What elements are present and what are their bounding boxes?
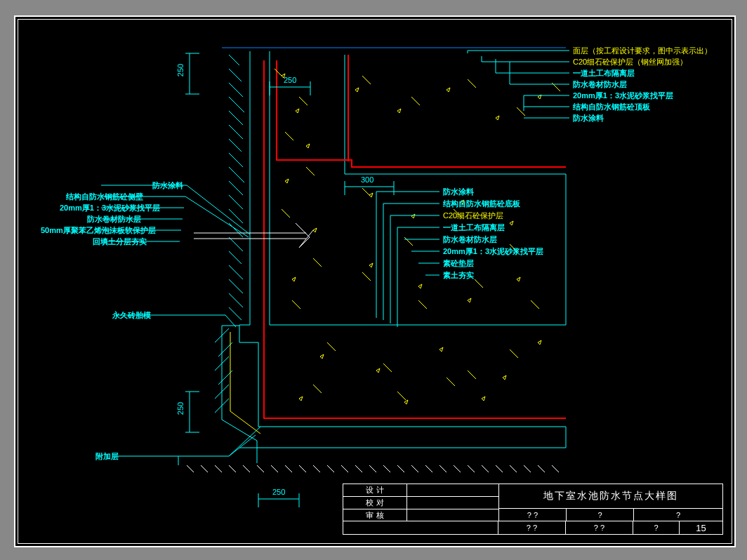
- label-tr-1: C20细石砼保护层（钢丝网加强）: [573, 57, 687, 67]
- dim-250-inner: 250: [284, 76, 296, 84]
- dim-300: 300: [361, 175, 374, 184]
- tb-design-val: [407, 484, 498, 496]
- tb-q1: ? ?: [499, 509, 567, 521]
- tb-review-label: 审 核: [343, 509, 406, 521]
- label-brick-formwork: 永久砖胎模: [112, 310, 151, 321]
- tb-design-label: 设 计: [343, 484, 406, 496]
- tb-q2: ?: [567, 509, 634, 521]
- tb-b2: ? ?: [498, 521, 566, 534]
- label-mr-4: 防水卷材防水层: [443, 234, 497, 245]
- tb-b3: ? ?: [566, 521, 633, 534]
- label-mr-0: 防水涂料: [443, 187, 474, 197]
- drawing-title: 地下室水池防水节点大样图: [543, 490, 678, 502]
- label-tr-6: 防水涂料: [573, 113, 604, 124]
- drawing-frame-inner: 250 250 300 250 250 面层（按工程设计要求，图中示表示出） C…: [18, 19, 732, 544]
- page: 250 250 300 250 250 面层（按工程设计要求，图中示表示出） C…: [0, 0, 747, 560]
- label-mr-3: 一道土工布隔离层: [443, 222, 505, 233]
- drawing-frame-outer: 250 250 300 250 250 面层（按工程设计要求，图中示表示出） C…: [14, 15, 736, 547]
- title-block: 设 计 校 对 审 核 地下室水池防水节点大样图 ? ? ? ? ? ? ? ?…: [343, 484, 723, 535]
- label-l-3: 防水卷材防水层: [87, 214, 141, 225]
- cad-drawing: 250 250 300 250 250 面层（按工程设计要求，图中示表示出） C…: [18, 20, 732, 543]
- label-mr-7: 素土夯实: [443, 270, 474, 281]
- label-tr-4: 20mm厚1：3水泥砂浆找平层: [573, 91, 673, 101]
- label-l-1: 结构自防水钢筋砼侧壁: [66, 192, 143, 202]
- dim-250-top-left: 250: [176, 64, 185, 76]
- label-tr-2: 一道土工布隔离层: [573, 68, 635, 79]
- drawing-number: 15: [680, 521, 722, 534]
- label-l-2: 20mm厚1：3水泥砂浆找平层: [60, 203, 160, 213]
- dim-250-bottom: 250: [272, 488, 285, 496]
- label-l-0: 防水涂料: [106, 180, 183, 191]
- tb-review-val: [407, 509, 498, 521]
- label-mr-2: C20细石砼保护层: [443, 211, 503, 221]
- dim-250-bottom-left: 250: [176, 402, 185, 415]
- label-tr-0: 面层（按工程设计要求，图中示表示出）: [573, 46, 712, 56]
- label-mr-6: 素砼垫层: [443, 258, 474, 269]
- label-l-4: 50mm厚聚苯乙烯泡沫板软保护层: [41, 225, 156, 236]
- label-additional-layer: 附加层: [95, 451, 119, 462]
- tb-proofread-label: 校 对: [343, 497, 406, 509]
- label-tr-5: 结构自防水钢筋砼顶板: [573, 102, 650, 112]
- tb-b1: [343, 521, 498, 534]
- label-tr-3: 防水卷材防水层: [573, 79, 627, 90]
- tb-proofread-val: [407, 497, 498, 509]
- tb-b4: ?: [633, 521, 680, 534]
- label-l-5: 回填土分层夯实: [93, 236, 147, 247]
- label-mr-5: 20mm厚1：3水泥砂浆找平层: [443, 246, 543, 257]
- tb-q3: ?: [634, 509, 722, 521]
- label-mr-1: 结构自防水钢筋砼底板: [443, 199, 520, 209]
